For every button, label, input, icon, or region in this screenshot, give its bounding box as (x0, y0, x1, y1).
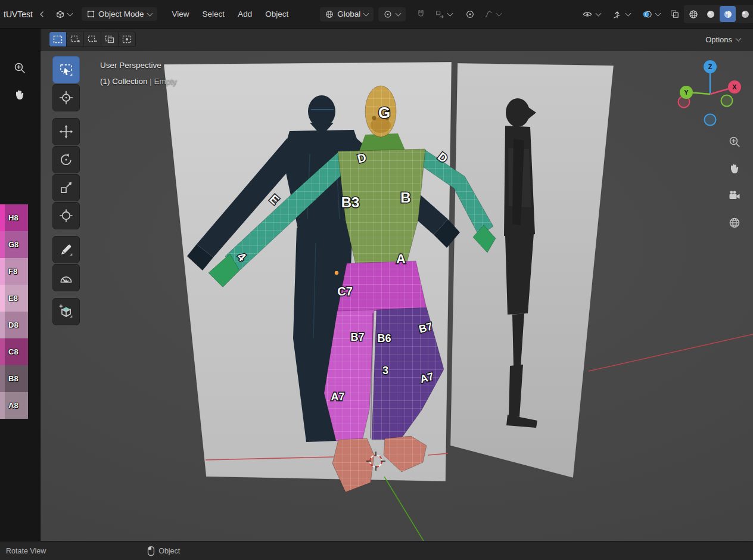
gizmo-neg-z[interactable] (705, 114, 716, 126)
select-mode-invert-button[interactable] (101, 32, 118, 46)
add-cube-icon (58, 304, 74, 319)
tool-annotate[interactable] (52, 236, 80, 263)
proportional-editing-toggle[interactable] (462, 7, 478, 21)
strip-pan-button[interactable] (8, 83, 31, 106)
chevron-down-icon (596, 10, 602, 16)
image-editor-strip[interactable]: H8 G8 F8 E8 D8 C8 (0, 29, 41, 541)
perspective-label: User Perspective (100, 57, 177, 73)
svg-text:3: 3 (382, 365, 388, 377)
cursor-tool-icon (58, 90, 74, 105)
uv-row-edge (0, 365, 5, 392)
chevron-down-icon (147, 10, 153, 16)
uv-row-edge (0, 338, 5, 365)
select-extend-icon (70, 35, 80, 44)
shading-rendered-button[interactable] (737, 6, 753, 22)
uv-row-edge (0, 312, 5, 338)
snap-target-selector[interactable] (430, 7, 458, 21)
tool-move[interactable] (52, 118, 80, 145)
uv-cell-label: B8 (8, 374, 18, 383)
gizmo-neg-y[interactable] (721, 95, 733, 107)
gizmo-pos-x[interactable]: X (728, 80, 741, 94)
uv-row: F8 (0, 258, 28, 285)
uv-row: D8 (0, 312, 28, 338)
mode-label: Object Mode (98, 10, 144, 18)
svg-text:Z: Z (708, 63, 712, 70)
reference-plane-side[interactable] (450, 63, 614, 478)
orientation-label: Global (337, 10, 360, 18)
viewport-canvas[interactable]: G D D B3 B E 4 A C7 B7 B6 B7 A7 A7 3 (41, 29, 753, 541)
menu-object[interactable]: Object (259, 7, 295, 21)
proportional-editing-icon (465, 10, 475, 19)
uv-cell-label: D8 (8, 321, 18, 329)
menu-select[interactable]: Select (196, 7, 232, 21)
uv-row-edge (0, 392, 5, 419)
pivot-point-icon (383, 10, 393, 19)
select-mode-intersect-button[interactable] (119, 32, 135, 46)
empty-origin-dot[interactable] (335, 271, 338, 275)
shading-solid-button[interactable] (702, 6, 718, 22)
workspace-tab[interactable]: tUVTest (2, 10, 34, 19)
keymap-hint: Rotate View (6, 547, 46, 555)
uv-row-edge (0, 258, 5, 285)
uv-cell-label: E8 (8, 294, 18, 303)
move-icon (58, 124, 74, 139)
viewport-3d[interactable]: G D D B3 B E 4 A C7 B7 B6 B7 A7 A7 3 (41, 29, 753, 541)
gizmo-pos-z[interactable]: Z (704, 60, 717, 73)
grid-sphere-icon (727, 216, 742, 230)
chevron-down-icon (626, 10, 631, 16)
zoom-in-icon (13, 61, 27, 75)
shading-wireframe-button[interactable] (685, 6, 701, 22)
xray-toggle[interactable] (667, 7, 683, 21)
viewport-camera-button[interactable] (724, 185, 745, 206)
gizmo-arrows-icon (612, 9, 623, 20)
object-mode-icon (86, 10, 95, 18)
svg-text:B7: B7 (350, 331, 364, 343)
shading-material-preview-button[interactable] (720, 6, 736, 22)
tool-rotate[interactable] (52, 146, 80, 173)
select-invert-icon (104, 35, 115, 44)
viewport-pan-button[interactable] (724, 158, 745, 179)
tab-overflow-left-icon[interactable] (39, 11, 45, 18)
viewport-ortho-toggle-button[interactable] (724, 213, 745, 233)
uv-row: A8 (0, 392, 28, 419)
select-mode-new-button[interactable] (49, 32, 66, 46)
select-new-icon (52, 35, 63, 44)
rendered-sphere-icon (740, 9, 751, 20)
select-mode-extend-button[interactable] (67, 32, 83, 46)
y-axis-line (384, 477, 424, 541)
mode-selector[interactable]: Object Mode (82, 7, 157, 21)
overlays-selector[interactable] (637, 7, 665, 22)
options-dropdown[interactable]: Options (702, 33, 745, 46)
gizmo-pos-y[interactable]: Y (680, 86, 693, 99)
chevron-down-icon (736, 36, 742, 42)
viewport-zoom-button[interactable] (724, 132, 745, 152)
tool-scale[interactable] (52, 174, 80, 201)
editor-type-button[interactable] (52, 7, 76, 22)
select-mode-subtract-button[interactable] (84, 32, 101, 46)
tool-add-cube[interactable] (52, 298, 80, 325)
orientation-selector[interactable]: Global (320, 7, 374, 21)
tool-measure[interactable] (52, 264, 80, 291)
object-visibility-selector[interactable] (577, 7, 606, 22)
material-sphere-icon (723, 9, 733, 20)
snap-toggle[interactable] (413, 7, 429, 21)
options-label: Options (705, 35, 732, 44)
wireframe-sphere-icon (688, 9, 699, 20)
strip-zoom-button[interactable] (8, 57, 31, 79)
menubar: View Select Add Object (166, 7, 295, 21)
proportional-falloff-selector[interactable] (479, 7, 506, 21)
svg-text:A: A (396, 251, 406, 266)
gizmos-selector[interactable] (607, 7, 636, 22)
chevron-down-icon (396, 10, 402, 16)
tool-select-box[interactable] (52, 56, 80, 83)
pivot-point-selector[interactable] (378, 7, 406, 21)
select-intersect-icon (122, 35, 132, 44)
menu-add[interactable]: Add (231, 7, 259, 21)
uv-row: G8 (0, 231, 28, 258)
chevron-down-icon (67, 10, 73, 16)
mouse-icon (147, 546, 155, 556)
select-mode-buttons (49, 32, 136, 47)
menu-view[interactable]: View (166, 7, 196, 21)
tool-cursor[interactable] (52, 84, 80, 111)
tool-transform[interactable] (52, 202, 80, 229)
